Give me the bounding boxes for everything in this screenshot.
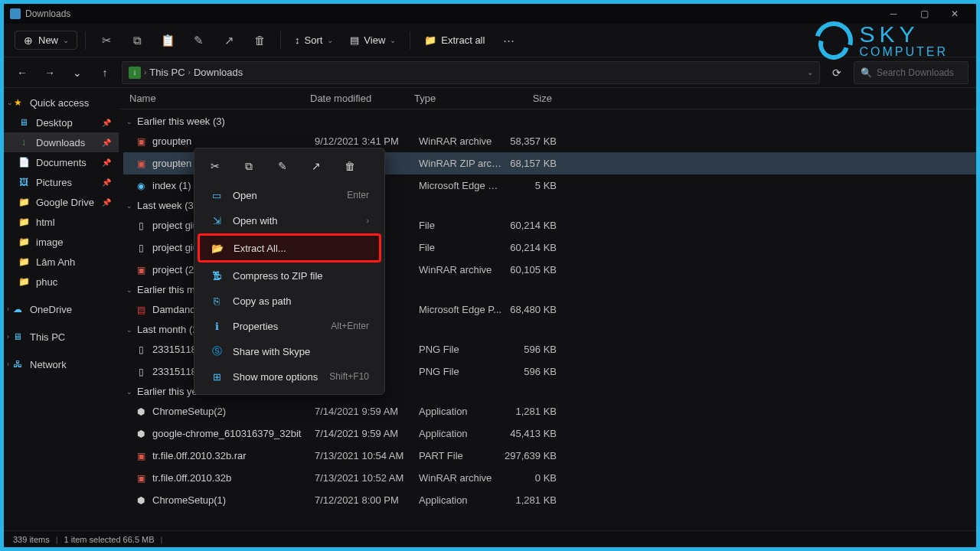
- window-title: Downloads: [25, 8, 70, 19]
- share-button[interactable]: ↗: [306, 156, 326, 176]
- sidebar: ⌄ ★ Quick access 🖥Desktop📌 ↓Downloads📌 📄…: [4, 88, 119, 530]
- view-button[interactable]: ▤ View ⌄: [344, 31, 402, 49]
- col-type[interactable]: Type: [414, 93, 498, 104]
- label: Lâm Anh: [36, 256, 75, 268]
- sidebar-network[interactable]: ›🖧Network: [4, 354, 119, 374]
- pin-icon: 📌: [102, 119, 111, 127]
- folder-icon: 📁: [18, 236, 30, 248]
- cut-button[interactable]: ✂: [93, 28, 119, 53]
- sidebar-onedrive[interactable]: ›☁OneDrive: [4, 299, 119, 319]
- expand-icon[interactable]: ›: [7, 333, 9, 341]
- logo-line2: COMPUTER: [859, 46, 948, 58]
- chevron-down-icon[interactable]: ⌄: [807, 68, 813, 77]
- expand-icon[interactable]: ›: [7, 305, 9, 313]
- ctx-open[interactable]: ▭OpenEnter: [199, 183, 380, 207]
- breadcrumb-pc[interactable]: This PC: [149, 67, 185, 78]
- chevron-down-icon: ⌄: [125, 202, 134, 210]
- sidebar-item-desktop[interactable]: 🖥Desktop📌: [4, 112, 119, 132]
- copy-button[interactable]: ⧉: [124, 28, 150, 53]
- chevron-down-icon: ⌄: [125, 286, 134, 294]
- downloads-icon: ↓: [18, 136, 30, 148]
- sort-button[interactable]: ↕ Sort ⌄: [289, 31, 339, 49]
- downloads-icon: ↓: [129, 67, 141, 79]
- ctx-open-with[interactable]: ⇲Open with›: [199, 208, 380, 233]
- more-icon: ⊞: [210, 370, 224, 383]
- label: image: [36, 236, 63, 248]
- ctx-properties[interactable]: ℹPropertiesAlt+Enter: [199, 314, 380, 338]
- pdf-icon: ▤: [134, 303, 148, 317]
- ctx-share-skype[interactable]: ⓈShare with Skype: [199, 339, 380, 364]
- col-date[interactable]: Date modified: [310, 93, 414, 104]
- file-row[interactable]: ⬢ChromeSetup(2)7/14/2021 9:59 AMApplicat…: [123, 400, 976, 422]
- file-row[interactable]: ▣tr.file.0ff.2010.32b.rar7/13/2021 10:54…: [123, 445, 976, 467]
- skype-icon: Ⓢ: [210, 344, 224, 358]
- rename-button[interactable]: ✎: [185, 28, 211, 53]
- extract-icon: 📁: [424, 34, 436, 46]
- label: Pictures: [36, 177, 72, 188]
- pin-icon: 📌: [102, 198, 111, 207]
- folder-icon: 📁: [18, 256, 30, 268]
- label: Quick access: [30, 97, 89, 109]
- copy-button[interactable]: ⧉: [239, 156, 259, 176]
- folder-icon: 📁: [18, 276, 30, 288]
- chevron-down-icon: ⌄: [125, 326, 134, 334]
- view-icon: ▤: [350, 34, 359, 46]
- ctx-extract-all[interactable]: 📂Extract All...: [198, 233, 381, 262]
- delete-button[interactable]: 🗑: [340, 156, 360, 176]
- refresh-button[interactable]: ⟳: [826, 62, 848, 83]
- recent-button[interactable]: ⌄: [67, 62, 88, 83]
- chevron-down-icon: ⌄: [125, 118, 134, 126]
- sidebar-quick-access[interactable]: ⌄ ★ Quick access: [4, 93, 119, 112]
- archive-icon: ▣: [134, 449, 148, 463]
- breadcrumb-loc[interactable]: Downloads: [194, 67, 243, 78]
- folder-icon: 📁: [18, 216, 30, 228]
- share-button[interactable]: ↗: [216, 28, 242, 53]
- sidebar-item-documents[interactable]: 📄Documents📌: [4, 152, 119, 172]
- open-icon: ▭: [210, 188, 224, 202]
- group-label: Earlier this m: [137, 284, 195, 295]
- archive-icon: ▣: [134, 135, 148, 148]
- status-items: 339 items: [13, 535, 50, 544]
- forward-button[interactable]: →: [39, 62, 60, 83]
- delete-button[interactable]: 🗑: [247, 28, 273, 53]
- expand-icon[interactable]: ›: [7, 360, 9, 368]
- search-input[interactable]: 🔍 Search Downloads: [854, 61, 969, 84]
- ctx-copy-path[interactable]: ⎘Copy as path: [199, 289, 380, 313]
- col-size[interactable]: Size: [498, 93, 552, 104]
- ctx-show-more[interactable]: ⊞Show more optionsShift+F10: [199, 364, 380, 389]
- sidebar-item-html[interactable]: 📁html: [4, 212, 119, 232]
- sidebar-item-googledrive[interactable]: 📁Google Drive📌: [4, 192, 119, 212]
- sidebar-item-image[interactable]: 📁image: [4, 232, 119, 252]
- file-row[interactable]: ▣tr.file.0ff.2010.32b7/13/2021 10:52 AMW…: [123, 467, 976, 489]
- new-button[interactable]: ⊕ New ⌄: [15, 31, 77, 50]
- sidebar-item-downloads[interactable]: ↓Downloads📌: [4, 132, 119, 152]
- chevron-right-icon: ›: [367, 217, 369, 225]
- sidebar-thispc[interactable]: ›🖥This PC: [4, 327, 119, 347]
- file-row[interactable]: ⬢ChromeSetup(1)7/12/2021 8:00 PMApplicat…: [123, 489, 976, 511]
- up-button[interactable]: ↑: [94, 62, 116, 83]
- app-icon: ⬢: [134, 405, 148, 419]
- more-button[interactable]: ⋯: [495, 28, 521, 53]
- ctx-compress[interactable]: 🗜Compress to ZIP file: [199, 263, 380, 288]
- back-button[interactable]: ←: [11, 62, 33, 83]
- sidebar-item-pictures[interactable]: 🖼Pictures📌: [4, 172, 119, 192]
- chevron-down-icon: ⌄: [327, 36, 333, 44]
- archive-icon: ▣: [134, 157, 148, 171]
- sidebar-item-lamanh[interactable]: 📁Lâm Anh: [4, 252, 119, 272]
- chevron-icon: ›: [144, 68, 146, 77]
- breadcrumb[interactable]: ↓ › This PC › Downloads ⌄: [122, 61, 820, 84]
- new-label: New: [38, 34, 58, 46]
- label: Downloads: [36, 137, 85, 148]
- open-with-icon: ⇲: [210, 214, 224, 227]
- file-row[interactable]: ⬢google-chrome_610316379_32bit7/14/2021 …: [123, 422, 976, 445]
- rename-button[interactable]: ✎: [273, 156, 292, 176]
- group-header[interactable]: ⌄Earlier this week (3): [123, 112, 976, 130]
- col-name[interactable]: Name: [129, 93, 310, 104]
- extract-all-button[interactable]: 📁 Extract all: [418, 31, 491, 49]
- chevron-down-icon: ⌄: [125, 388, 134, 396]
- paste-button[interactable]: 📋: [155, 28, 181, 53]
- expand-icon[interactable]: ⌄: [7, 99, 13, 106]
- sidebar-item-phuc[interactable]: 📁phuc: [4, 272, 119, 292]
- cut-button[interactable]: ✂: [205, 156, 225, 176]
- label: phuc: [36, 276, 57, 288]
